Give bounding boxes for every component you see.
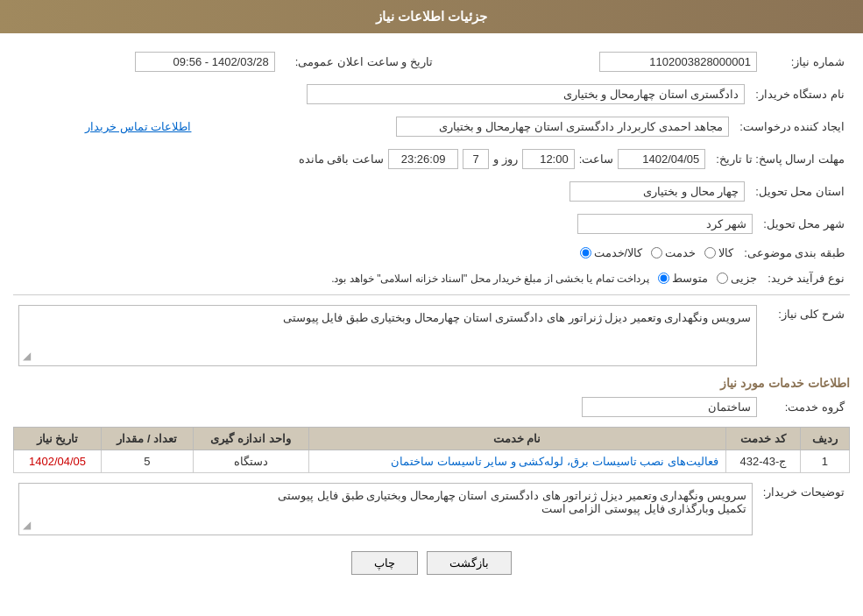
col-header-quantity: تعداد / مقدار	[102, 428, 194, 450]
creator-value: مجاهد احمدی کاربردار دادگستری استان چهار…	[200, 114, 734, 139]
contact-link[interactable]: اطلاعات تماس خریدار	[85, 120, 191, 133]
response-date-field: 1402/04/05	[618, 149, 705, 169]
row-number: 1	[800, 450, 849, 473]
col-header-unit: واحد اندازه گیری	[193, 428, 308, 450]
need-number-value: 1102003828000001	[464, 49, 762, 74]
buyer-name-value: دادگستری استان چهارمحال و بختیاری	[13, 81, 750, 107]
row-service-name: فعالیت‌های نصب تاسیسات برق، لوله‌کشی و س…	[308, 450, 725, 473]
row-code: ج-43-432	[725, 450, 800, 473]
purchase-type-radio-group: جزیی متوسط	[658, 272, 757, 285]
category-option-2[interactable]: خدمت	[651, 246, 696, 259]
buyer-name-field: دادگستری استان چهارمحال و بختیاری	[307, 84, 745, 104]
delivery-province-label: استان محل تحویل:	[750, 179, 850, 204]
need-number-label: شماره نیاز:	[762, 49, 850, 74]
creator-field: مجاهد احمدی کاربردار دادگستری استان چهار…	[396, 117, 729, 137]
back-button[interactable]: بازگشت	[427, 551, 512, 575]
announce-label: تاریخ و ساعت اعلان عمومی:	[280, 49, 438, 74]
purchase-type-option-2[interactable]: متوسط	[658, 272, 708, 285]
service-group-label: گروه خدمت:	[762, 394, 850, 420]
response-day-label: روز و	[493, 152, 518, 166]
purchase-type-label: نوع فرآیند خرید:	[762, 269, 850, 287]
general-description-label: شرح کلی نیاز:	[762, 302, 850, 369]
delivery-city-field: شهر کرد	[577, 214, 753, 234]
buyer-description-field: سرویس ونگهداری وتعمیر دیزل ژنراتور های د…	[18, 483, 753, 535]
need-number-field: 1102003828000001	[599, 52, 757, 72]
category-option-1[interactable]: کالا	[704, 246, 733, 259]
general-description-field: سرویس ونگهداری وتعمیر دیزل ژنراتور های د…	[18, 305, 757, 366]
response-time-field: 12:00	[522, 149, 575, 169]
col-header-code: کد خدمت	[725, 428, 800, 450]
delivery-province-field: چهار محال و بختیاری	[569, 181, 745, 202]
page-title: جزئیات اطلاعات نیاز	[376, 9, 487, 24]
delivery-city-label: شهر محل تحویل:	[758, 211, 850, 237]
services-section-title: اطلاعات خدمات مورد نیاز	[13, 376, 850, 390]
category-option-3[interactable]: کالا/خدمت	[580, 246, 643, 259]
buyer-name-label: نام دستگاه خریدار:	[750, 81, 850, 107]
col-header-date: تاریخ نیاز	[14, 428, 102, 450]
category-radio-group: کالا خدمت کالا/خدمت	[18, 246, 733, 259]
table-row: 1 ج-43-432 فعالیت‌های نصب تاسیسات برق، ل…	[14, 450, 850, 473]
resize-icon-2: ◢	[23, 519, 31, 531]
response-deadline-label: مهلت ارسال پاسخ: تا تاریخ:	[711, 146, 850, 172]
response-time-label: ساعت:	[579, 152, 614, 166]
category-label: طبقه بندی موضوعی:	[739, 244, 850, 262]
resize-icon: ◢	[23, 350, 31, 362]
announce-value: 1402/03/28 - 09:56	[13, 49, 280, 74]
purchase-type-option-1[interactable]: جزیی	[717, 272, 757, 285]
row-date: 1402/04/05	[14, 450, 102, 473]
col-header-name: نام خدمت	[308, 428, 725, 450]
service-group-field: ساختمان	[582, 397, 757, 417]
response-remaining-label: ساعت باقی مانده	[299, 152, 384, 166]
button-group: بازگشت چاپ	[13, 551, 850, 575]
print-button[interactable]: چاپ	[351, 551, 418, 575]
buyer-description-label: توضیحات خریدار:	[758, 480, 850, 538]
response-remaining-field: 23:26:09	[388, 149, 458, 169]
announce-field: 1402/03/28 - 09:56	[135, 52, 275, 72]
page-header: جزئیات اطلاعات نیاز	[0, 0, 863, 33]
col-header-row: ردیف	[800, 428, 849, 450]
creator-label: ایجاد کننده درخواست:	[734, 114, 850, 139]
purchase-note: پرداخت تمام یا بخشی از مبلغ خریدار محل "…	[331, 273, 649, 285]
row-quantity: 5	[102, 450, 194, 473]
row-unit: دستگاه	[193, 450, 308, 473]
response-day-field: 7	[463, 149, 489, 169]
services-table: ردیف کد خدمت نام خدمت واحد اندازه گیری ت…	[13, 427, 850, 473]
